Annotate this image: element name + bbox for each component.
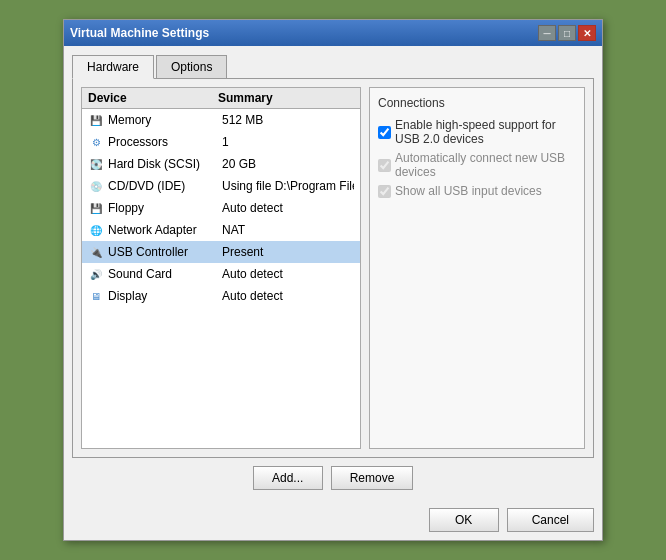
cancel-button[interactable]: Cancel bbox=[507, 508, 594, 532]
device-row-cddvd[interactable]: 💿CD/DVD (IDE)Using file D:\Program Files… bbox=[82, 175, 360, 197]
sound-icon: 🔊 bbox=[88, 266, 104, 282]
device-row-harddisk[interactable]: 💽Hard Disk (SCSI)20 GB bbox=[82, 153, 360, 175]
window-body: Hardware Options Device Summary 💾Memory5… bbox=[64, 46, 602, 502]
floppy-icon: 💾 bbox=[88, 200, 104, 216]
display-icon: 🖥 bbox=[88, 288, 104, 304]
sound-name: Sound Card bbox=[108, 267, 222, 281]
usb-icon: 🔌 bbox=[88, 244, 104, 260]
device-row-sound[interactable]: 🔊Sound CardAuto detect bbox=[82, 263, 360, 285]
device-row-floppy[interactable]: 💾FloppyAuto detect bbox=[82, 197, 360, 219]
checkbox-label-autoconnect: Automatically connect new USB devices bbox=[395, 151, 576, 179]
title-bar: Virtual Machine Settings ─ □ ✕ bbox=[64, 20, 602, 46]
cddvd-summary: Using file D:\Program Files\V... bbox=[222, 179, 354, 193]
device-table-header: Device Summary bbox=[82, 88, 360, 109]
close-button[interactable]: ✕ bbox=[578, 25, 596, 41]
harddisk-summary: 20 GB bbox=[222, 157, 354, 171]
usb-name: USB Controller bbox=[108, 245, 222, 259]
floppy-summary: Auto detect bbox=[222, 201, 354, 215]
device-row-processors[interactable]: ⚙Processors1 bbox=[82, 131, 360, 153]
memory-icon: 💾 bbox=[88, 112, 104, 128]
virtual-machine-settings-window: Virtual Machine Settings ─ □ ✕ Hardware … bbox=[63, 19, 603, 541]
checkbox-label-usb20: Enable high-speed support for USB 2.0 de… bbox=[395, 118, 576, 146]
add-button[interactable]: Add... bbox=[253, 466, 323, 490]
connections-title: Connections bbox=[378, 96, 576, 110]
network-summary: NAT bbox=[222, 223, 354, 237]
display-summary: Auto detect bbox=[222, 289, 354, 303]
checkbox-label-showall: Show all USB input devices bbox=[395, 184, 542, 198]
sound-summary: Auto detect bbox=[222, 267, 354, 281]
network-icon: 🌐 bbox=[88, 222, 104, 238]
device-row-memory[interactable]: 💾Memory512 MB bbox=[82, 109, 360, 131]
checkboxes-container: Enable high-speed support for USB 2.0 de… bbox=[378, 118, 576, 198]
network-name: Network Adapter bbox=[108, 223, 222, 237]
checkbox-row-showall: Show all USB input devices bbox=[378, 184, 576, 198]
device-panel: Device Summary 💾Memory512 MB⚙Processors1… bbox=[81, 87, 361, 449]
processors-summary: 1 bbox=[222, 135, 354, 149]
usb-summary: Present bbox=[222, 245, 354, 259]
maximize-button[interactable]: □ bbox=[558, 25, 576, 41]
harddisk-icon: 💽 bbox=[88, 156, 104, 172]
device-row-network[interactable]: 🌐Network AdapterNAT bbox=[82, 219, 360, 241]
processors-icon: ⚙ bbox=[88, 134, 104, 150]
col-summary-header: Summary bbox=[218, 91, 354, 105]
ok-button[interactable]: OK bbox=[429, 508, 499, 532]
checkbox-autoconnect bbox=[378, 159, 391, 172]
footer: OK Cancel bbox=[64, 502, 602, 540]
cddvd-icon: 💿 bbox=[88, 178, 104, 194]
cddvd-name: CD/DVD (IDE) bbox=[108, 179, 222, 193]
remove-button[interactable]: Remove bbox=[331, 466, 414, 490]
checkbox-showall bbox=[378, 185, 391, 198]
tab-options[interactable]: Options bbox=[156, 55, 227, 79]
minimize-button[interactable]: ─ bbox=[538, 25, 556, 41]
device-row-display[interactable]: 🖥DisplayAuto detect bbox=[82, 285, 360, 307]
checkbox-usb20[interactable] bbox=[378, 126, 391, 139]
memory-summary: 512 MB bbox=[222, 113, 354, 127]
device-row-usb[interactable]: 🔌USB ControllerPresent bbox=[82, 241, 360, 263]
floppy-name: Floppy bbox=[108, 201, 222, 215]
device-list: 💾Memory512 MB⚙Processors1💽Hard Disk (SCS… bbox=[82, 109, 360, 448]
tab-hardware[interactable]: Hardware bbox=[72, 55, 154, 79]
tab-bar: Hardware Options bbox=[72, 54, 594, 78]
display-name: Display bbox=[108, 289, 222, 303]
title-bar-buttons: ─ □ ✕ bbox=[538, 25, 596, 41]
memory-name: Memory bbox=[108, 113, 222, 127]
connections-panel: Connections Enable high-speed support fo… bbox=[369, 87, 585, 449]
processors-name: Processors bbox=[108, 135, 222, 149]
checkbox-row-autoconnect: Automatically connect new USB devices bbox=[378, 151, 576, 179]
tab-content: Device Summary 💾Memory512 MB⚙Processors1… bbox=[72, 78, 594, 458]
col-device-header: Device bbox=[88, 91, 218, 105]
checkbox-row-usb20: Enable high-speed support for USB 2.0 de… bbox=[378, 118, 576, 146]
device-buttons-row: Add... Remove bbox=[72, 458, 594, 494]
window-title: Virtual Machine Settings bbox=[70, 26, 209, 40]
harddisk-name: Hard Disk (SCSI) bbox=[108, 157, 222, 171]
